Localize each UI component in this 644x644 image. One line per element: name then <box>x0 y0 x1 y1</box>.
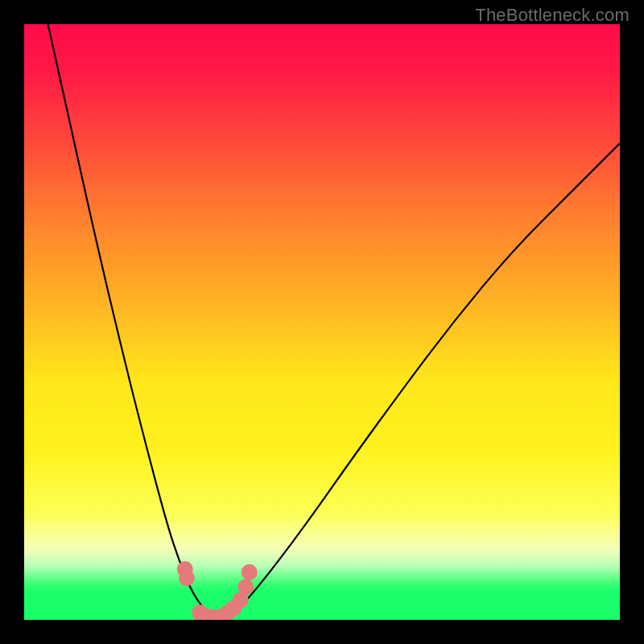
plot-area <box>24 24 620 620</box>
data-point <box>216 608 232 620</box>
data-point <box>195 607 211 620</box>
data-point <box>225 600 242 616</box>
data-point <box>242 564 258 580</box>
data-point <box>192 605 208 620</box>
data-point <box>237 579 254 595</box>
watermark-text: TheBottleneck.com <box>475 5 630 26</box>
data-point <box>233 592 249 609</box>
data-point <box>177 561 193 577</box>
curve-markers <box>177 561 258 620</box>
data-point <box>179 570 195 586</box>
bottleneck-curve <box>48 24 620 620</box>
outer-frame: TheBottleneck.com <box>0 0 644 644</box>
data-point <box>207 609 223 620</box>
data-point <box>221 604 237 620</box>
data-point <box>200 609 217 620</box>
curve-svg <box>24 24 620 620</box>
